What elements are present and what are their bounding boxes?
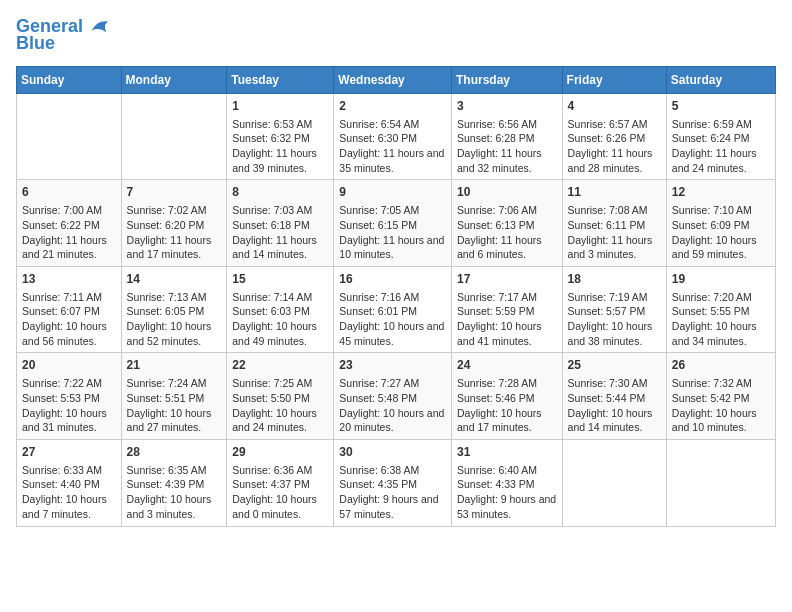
day-info: Daylight: 10 hours and 24 minutes. [232,406,328,435]
day-info: Daylight: 9 hours and 57 minutes. [339,492,446,521]
day-info: Daylight: 10 hours and 34 minutes. [672,319,770,348]
day-info: Daylight: 11 hours and 24 minutes. [672,146,770,175]
day-info: Daylight: 10 hours and 45 minutes. [339,319,446,348]
col-header-thursday: Thursday [451,66,562,93]
day-info: Sunrise: 7:19 AM [568,290,661,305]
day-number: 2 [339,98,446,115]
calendar-week-5: 27Sunrise: 6:33 AMSunset: 4:40 PMDayligh… [17,439,776,526]
day-info: Sunrise: 7:24 AM [127,376,222,391]
calendar-cell [562,439,666,526]
day-info: Sunset: 5:48 PM [339,391,446,406]
day-number: 5 [672,98,770,115]
day-number: 4 [568,98,661,115]
day-info: Sunrise: 7:02 AM [127,203,222,218]
calendar-cell: 21Sunrise: 7:24 AMSunset: 5:51 PMDayligh… [121,353,227,440]
day-info: Sunrise: 7:20 AM [672,290,770,305]
day-info: Sunset: 6:09 PM [672,218,770,233]
calendar-cell: 9Sunrise: 7:05 AMSunset: 6:15 PMDaylight… [334,180,452,267]
day-info: Sunset: 4:35 PM [339,477,446,492]
day-info: Daylight: 11 hours and 35 minutes. [339,146,446,175]
calendar-cell [121,93,227,180]
day-info: Sunrise: 6:56 AM [457,117,557,132]
calendar-cell: 7Sunrise: 7:02 AMSunset: 6:20 PMDaylight… [121,180,227,267]
day-info: Daylight: 10 hours and 20 minutes. [339,406,446,435]
calendar-week-3: 13Sunrise: 7:11 AMSunset: 6:07 PMDayligh… [17,266,776,353]
calendar-cell: 5Sunrise: 6:59 AMSunset: 6:24 PMDaylight… [666,93,775,180]
calendar-cell: 6Sunrise: 7:00 AMSunset: 6:22 PMDaylight… [17,180,122,267]
day-info: Sunset: 6:18 PM [232,218,328,233]
day-info: Daylight: 10 hours and 52 minutes. [127,319,222,348]
day-info: Sunrise: 7:13 AM [127,290,222,305]
day-info: Sunrise: 7:27 AM [339,376,446,391]
day-info: Daylight: 11 hours and 28 minutes. [568,146,661,175]
calendar-cell: 11Sunrise: 7:08 AMSunset: 6:11 PMDayligh… [562,180,666,267]
day-info: Sunset: 6:22 PM [22,218,116,233]
day-info: Sunrise: 6:38 AM [339,463,446,478]
calendar-week-1: 1Sunrise: 6:53 AMSunset: 6:32 PMDaylight… [17,93,776,180]
calendar-cell: 10Sunrise: 7:06 AMSunset: 6:13 PMDayligh… [451,180,562,267]
day-info: Sunset: 6:01 PM [339,304,446,319]
col-header-friday: Friday [562,66,666,93]
day-info: Sunset: 5:46 PM [457,391,557,406]
day-info: Daylight: 10 hours and 17 minutes. [457,406,557,435]
col-header-monday: Monday [121,66,227,93]
day-info: Sunrise: 7:08 AM [568,203,661,218]
day-number: 15 [232,271,328,288]
day-info: Sunrise: 7:28 AM [457,376,557,391]
day-number: 7 [127,184,222,201]
day-info: Sunset: 5:59 PM [457,304,557,319]
calendar-cell: 2Sunrise: 6:54 AMSunset: 6:30 PMDaylight… [334,93,452,180]
day-info: Sunrise: 7:05 AM [339,203,446,218]
day-number: 27 [22,444,116,461]
calendar-cell: 31Sunrise: 6:40 AMSunset: 4:33 PMDayligh… [451,439,562,526]
page-header: General Blue [16,16,776,54]
day-info: Sunrise: 6:40 AM [457,463,557,478]
day-info: Sunrise: 7:32 AM [672,376,770,391]
calendar-cell: 27Sunrise: 6:33 AMSunset: 4:40 PMDayligh… [17,439,122,526]
day-info: Daylight: 10 hours and 10 minutes. [672,406,770,435]
calendar-cell: 1Sunrise: 6:53 AMSunset: 6:32 PMDaylight… [227,93,334,180]
day-info: Sunset: 6:15 PM [339,218,446,233]
day-info: Sunset: 5:44 PM [568,391,661,406]
day-number: 28 [127,444,222,461]
day-info: Sunset: 6:28 PM [457,131,557,146]
day-info: Sunset: 5:50 PM [232,391,328,406]
col-header-wednesday: Wednesday [334,66,452,93]
calendar-cell [17,93,122,180]
calendar-cell [666,439,775,526]
day-number: 22 [232,357,328,374]
day-info: Sunrise: 6:36 AM [232,463,328,478]
day-number: 9 [339,184,446,201]
day-info: Sunrise: 6:54 AM [339,117,446,132]
day-number: 11 [568,184,661,201]
day-number: 1 [232,98,328,115]
day-info: Sunset: 6:24 PM [672,131,770,146]
day-number: 20 [22,357,116,374]
day-info: Daylight: 11 hours and 21 minutes. [22,233,116,262]
calendar-week-2: 6Sunrise: 7:00 AMSunset: 6:22 PMDaylight… [17,180,776,267]
day-info: Daylight: 9 hours and 53 minutes. [457,492,557,521]
day-info: Sunrise: 7:14 AM [232,290,328,305]
day-info: Daylight: 10 hours and 41 minutes. [457,319,557,348]
day-number: 19 [672,271,770,288]
calendar-cell: 22Sunrise: 7:25 AMSunset: 5:50 PMDayligh… [227,353,334,440]
calendar-cell: 13Sunrise: 7:11 AMSunset: 6:07 PMDayligh… [17,266,122,353]
day-number: 14 [127,271,222,288]
day-info: Sunrise: 7:22 AM [22,376,116,391]
day-info: Daylight: 11 hours and 17 minutes. [127,233,222,262]
col-header-saturday: Saturday [666,66,775,93]
day-number: 3 [457,98,557,115]
day-info: Sunrise: 6:35 AM [127,463,222,478]
calendar-cell: 29Sunrise: 6:36 AMSunset: 4:37 PMDayligh… [227,439,334,526]
day-info: Daylight: 11 hours and 6 minutes. [457,233,557,262]
day-info: Sunset: 6:32 PM [232,131,328,146]
day-info: Sunset: 6:26 PM [568,131,661,146]
day-info: Sunrise: 7:00 AM [22,203,116,218]
day-number: 21 [127,357,222,374]
day-info: Sunrise: 7:30 AM [568,376,661,391]
day-number: 24 [457,357,557,374]
day-info: Sunrise: 6:57 AM [568,117,661,132]
calendar-week-4: 20Sunrise: 7:22 AMSunset: 5:53 PMDayligh… [17,353,776,440]
day-info: Daylight: 10 hours and 14 minutes. [568,406,661,435]
day-number: 30 [339,444,446,461]
